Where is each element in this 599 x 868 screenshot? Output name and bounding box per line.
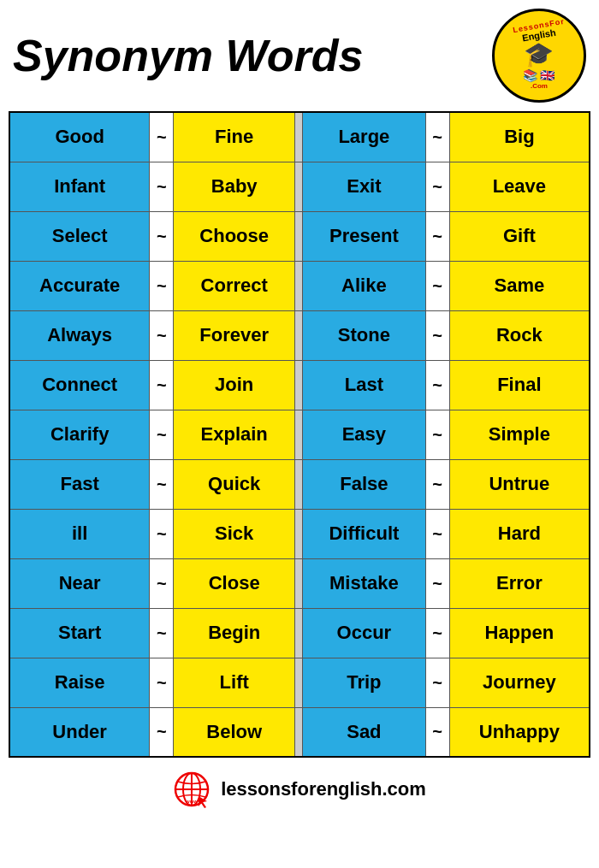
table-row: Fast ~ Quick False ~ Untrue — [9, 459, 590, 509]
synonym-right: Final — [449, 360, 590, 410]
table-row: Near ~ Close Mistake ~ Error — [9, 558, 590, 608]
divider — [295, 410, 303, 459]
synonym-left: Baby — [174, 162, 295, 211]
synonym-left: Correct — [174, 261, 295, 310]
synonym-left: Fine — [174, 112, 295, 162]
tilde-left: ~ — [150, 261, 174, 310]
word-right: Stone — [303, 310, 426, 360]
tilde-right: ~ — [425, 558, 449, 608]
divider — [295, 261, 303, 310]
tilde-left: ~ — [150, 707, 174, 757]
word-left: Fast — [9, 459, 150, 509]
synonym-left: Quick — [174, 459, 295, 509]
word-left: Clarify — [9, 410, 150, 459]
word-left: Near — [9, 558, 150, 608]
synonym-left: Below — [174, 707, 295, 757]
divider — [295, 112, 303, 162]
table-row: Connect ~ Join Last ~ Final — [9, 360, 590, 410]
divider — [295, 162, 303, 211]
synonym-right: Gift — [449, 211, 590, 261]
logo-book-icon: 📚 — [523, 68, 537, 82]
table-row: Infant ~ Baby Exit ~ Leave — [9, 162, 590, 211]
tilde-left: ~ — [150, 211, 174, 261]
word-right: Mistake — [303, 558, 426, 608]
word-left: ill — [9, 509, 150, 558]
tilde-left: ~ — [150, 162, 174, 211]
tilde-left: ~ — [150, 459, 174, 509]
table-row: Clarify ~ Explain Easy ~ Simple — [9, 410, 590, 459]
synonym-left: Sick — [174, 509, 295, 558]
divider — [295, 360, 303, 410]
word-left: Good — [9, 112, 150, 162]
word-left: Connect — [9, 360, 150, 410]
synonym-right: Same — [449, 261, 590, 310]
tilde-left: ~ — [150, 410, 174, 459]
table-row: Accurate ~ Correct Alike ~ Same — [9, 261, 590, 310]
tilde-right: ~ — [425, 310, 449, 360]
word-right: Large — [303, 112, 426, 162]
tilde-right: ~ — [425, 261, 449, 310]
tilde-right: ~ — [425, 608, 449, 658]
word-left: Always — [9, 310, 150, 360]
synonym-right: Simple — [449, 410, 590, 459]
word-left: Select — [9, 211, 150, 261]
divider — [295, 658, 303, 707]
synonym-right: Leave — [449, 162, 590, 211]
logo-cap-icon: 🎓 — [524, 40, 554, 68]
header: Synonym Words LessonsFor English 🎓 📚 🇬🇧 … — [0, 0, 599, 107]
word-right: Occur — [303, 608, 426, 658]
word-right: Present — [303, 211, 426, 261]
synonym-table: Good ~ Fine Large ~ Big Infant ~ Baby Ex… — [9, 111, 590, 758]
synonym-right: Journey — [449, 658, 590, 707]
synonym-right: Happen — [449, 608, 590, 658]
tilde-left: ~ — [150, 658, 174, 707]
table-row: Good ~ Fine Large ~ Big — [9, 112, 590, 162]
word-left: Infant — [9, 162, 150, 211]
tilde-left: ~ — [150, 558, 174, 608]
synonym-right: Untrue — [449, 459, 590, 509]
word-left: Start — [9, 608, 150, 658]
divider — [295, 211, 303, 261]
word-left: Accurate — [9, 261, 150, 310]
divider — [295, 459, 303, 509]
page-title: Synonym Words — [13, 33, 363, 78]
synonym-right: Unhappy — [449, 707, 590, 757]
tilde-right: ~ — [425, 707, 449, 757]
divider — [295, 558, 303, 608]
tilde-right: ~ — [425, 112, 449, 162]
table-row: ill ~ Sick Difficult ~ Hard — [9, 509, 590, 558]
tilde-right: ~ — [425, 658, 449, 707]
word-right: Trip — [303, 658, 426, 707]
tilde-left: ~ — [150, 310, 174, 360]
synonym-left: Join — [174, 360, 295, 410]
table-wrapper: Good ~ Fine Large ~ Big Infant ~ Baby Ex… — [0, 107, 599, 762]
divider — [295, 310, 303, 360]
logo-heart-flag: 🇬🇧 — [540, 68, 555, 82]
globe-icon: www — [173, 771, 211, 808]
logo: LessonsFor English 🎓 📚 🇬🇧 .Com — [492, 9, 586, 103]
tilde-left: ~ — [150, 112, 174, 162]
synonym-left: Choose — [174, 211, 295, 261]
divider — [295, 707, 303, 757]
synonym-right: Error — [449, 558, 590, 608]
word-right: Sad — [303, 707, 426, 757]
word-left: Raise — [9, 658, 150, 707]
word-right: Exit — [303, 162, 426, 211]
tilde-left: ~ — [150, 608, 174, 658]
table-row: Start ~ Begin Occur ~ Happen — [9, 608, 590, 658]
synonym-right: Rock — [449, 310, 590, 360]
synonym-left: Forever — [174, 310, 295, 360]
tilde-right: ~ — [425, 509, 449, 558]
tilde-right: ~ — [425, 459, 449, 509]
word-right: Difficult — [303, 509, 426, 558]
svg-text:www: www — [185, 799, 198, 804]
footer: www lessonsforenglish.com — [0, 762, 599, 815]
tilde-right: ~ — [425, 162, 449, 211]
word-right: Easy — [303, 410, 426, 459]
tilde-right: ~ — [425, 410, 449, 459]
synonym-left: Lift — [174, 658, 295, 707]
divider — [295, 509, 303, 558]
table-row: Raise ~ Lift Trip ~ Journey — [9, 658, 590, 707]
synonym-right: Big — [449, 112, 590, 162]
synonym-left: Explain — [174, 410, 295, 459]
